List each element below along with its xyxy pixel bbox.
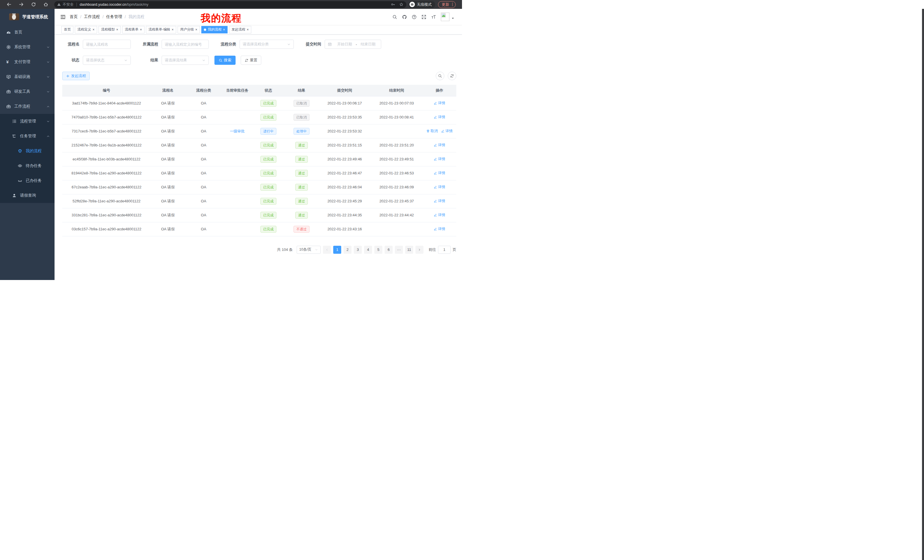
- close-icon[interactable]: ×: [247, 28, 249, 31]
- cell-end-time: 2022-01-23 00:07:03: [370, 96, 423, 110]
- next-page-button[interactable]: [416, 246, 423, 254]
- tab-2[interactable]: 流程模型×: [99, 26, 121, 33]
- column-header: 结果: [284, 85, 319, 96]
- goto-page-input[interactable]: [438, 246, 451, 254]
- page-button-2[interactable]: 2: [344, 246, 351, 254]
- start-date-placeholder[interactable]: 开始日期: [334, 42, 355, 47]
- reset-button[interactable]: 重置: [241, 55, 261, 65]
- cell-current-task: [222, 194, 252, 208]
- fullscreen-icon[interactable]: [422, 15, 426, 19]
- avatar[interactable]: [441, 13, 449, 21]
- page-button-3[interactable]: 3: [354, 246, 362, 254]
- sidebar-item-10[interactable]: 已办任务: [0, 173, 54, 188]
- sidebar-item-0[interactable]: 首页: [0, 25, 54, 40]
- cell-submit-time: 2022-01-22 23:45:29: [319, 194, 370, 208]
- cell-status: 已完成: [252, 138, 284, 152]
- create-process-button[interactable]: 发起流程: [62, 72, 90, 80]
- breadcrumb-item[interactable]: 首页: [70, 14, 78, 19]
- bookmark-star-icon[interactable]: [399, 2, 404, 7]
- browser-home-icon[interactable]: [44, 2, 48, 7]
- page-button-1[interactable]: 1: [333, 246, 341, 254]
- page-button-4[interactable]: 4: [364, 246, 372, 254]
- detail-button[interactable]: 详情: [434, 213, 445, 217]
- close-icon[interactable]: ×: [195, 28, 197, 31]
- github-icon[interactable]: [402, 15, 407, 19]
- list-tree-icon: [12, 119, 16, 124]
- page-size-select[interactable]: 10条/页: [297, 246, 321, 254]
- process-definition-input[interactable]: [165, 42, 206, 46]
- page-button-5[interactable]: 5: [374, 246, 382, 254]
- detail-button[interactable]: 详情: [434, 101, 445, 106]
- page-button-···[interactable]: ···: [395, 246, 403, 254]
- end-date-placeholder[interactable]: 结束日期: [358, 42, 378, 47]
- tab-4[interactable]: 流程表单-编辑×: [146, 26, 176, 33]
- breadcrumb-item[interactable]: 工作流程: [84, 14, 100, 19]
- hamburger-icon[interactable]: [60, 14, 66, 20]
- font-size-icon[interactable]: [431, 15, 436, 19]
- browser-update-button[interactable]: 更新: [438, 1, 456, 8]
- sidebar-item-1[interactable]: 系统管理: [0, 40, 54, 54]
- search-icon[interactable]: [392, 15, 397, 19]
- process-name-input[interactable]: [86, 42, 128, 46]
- breadcrumb-item[interactable]: 我的流程: [129, 14, 144, 19]
- chevron-left-icon: [325, 248, 328, 252]
- browser-back-icon[interactable]: [7, 2, 11, 7]
- sidebar-item-5[interactable]: 工作流程: [0, 99, 54, 114]
- detail-button[interactable]: 详情: [434, 143, 445, 148]
- tab-3[interactable]: 流程表单×: [122, 26, 144, 33]
- result-select[interactable]: 请选择流结果: [162, 55, 209, 65]
- security-indicator[interactable]: 不安全: [57, 2, 74, 7]
- tab-0[interactable]: 首页: [62, 26, 74, 33]
- chevron-down-icon: [287, 42, 291, 46]
- address-bar[interactable]: 不安全 dashboard.yudao.iocoder.cn/bpm/task/…: [54, 1, 406, 8]
- page-button-6[interactable]: 6: [385, 246, 393, 254]
- page-button-11[interactable]: 11: [405, 246, 413, 254]
- cell-current-task: [222, 138, 252, 152]
- app-logo-row[interactable]: 芋道管理系统: [0, 9, 54, 25]
- close-icon[interactable]: ×: [116, 28, 118, 31]
- category-select[interactable]: 请选择流程分类: [240, 40, 294, 49]
- detail-button[interactable]: 详情: [434, 157, 445, 162]
- cell-operations: 详情: [423, 138, 456, 152]
- caret-down-icon[interactable]: [451, 16, 454, 20]
- cell-category: OA: [185, 96, 222, 110]
- close-icon[interactable]: ×: [223, 28, 225, 31]
- sidebar-item-11[interactable]: 请假查询: [0, 188, 54, 203]
- password-key-icon[interactable]: [391, 2, 395, 7]
- detail-button[interactable]: 详情: [441, 129, 453, 133]
- detail-button[interactable]: 详情: [434, 171, 445, 175]
- search-button[interactable]: 搜索: [214, 55, 236, 65]
- tab-6[interactable]: 我的流程×: [201, 26, 228, 33]
- tab-1[interactable]: 流程定义×: [75, 26, 97, 33]
- sidebar-item-8[interactable]: 我的流程: [0, 144, 54, 159]
- sidebar-item-9[interactable]: 待办任务: [0, 159, 54, 173]
- close-icon[interactable]: ×: [172, 28, 174, 31]
- browser-forward-icon[interactable]: [19, 2, 24, 7]
- current-task-link[interactable]: 一级审批: [230, 129, 245, 134]
- detail-button[interactable]: 详情: [434, 199, 445, 204]
- sidebar-item-4[interactable]: 研发工具: [0, 84, 54, 99]
- toggle-search-button[interactable]: [436, 72, 444, 80]
- detail-button[interactable]: 详情: [434, 227, 445, 232]
- detail-button[interactable]: 详情: [434, 185, 445, 190]
- cell-id: 3ad174fb-7b9d-11ec-8404-acde48001122: [62, 96, 151, 110]
- help-icon[interactable]: [412, 15, 417, 19]
- tab-7[interactable]: 发起流程×: [229, 26, 251, 33]
- sidebar-item-7[interactable]: 任务管理: [0, 129, 54, 144]
- user-avatar-menu[interactable]: [441, 13, 454, 21]
- breadcrumb-item[interactable]: 任务管理: [106, 14, 122, 19]
- close-icon[interactable]: ×: [93, 28, 94, 31]
- sidebar-item-3[interactable]: 基础设施: [0, 69, 54, 84]
- sidebar-item-6[interactable]: 流程管理: [0, 114, 54, 129]
- submit-time-range-picker[interactable]: 开始日期 - 结束日期: [325, 40, 381, 49]
- refresh-table-button[interactable]: [448, 72, 456, 80]
- cancel-button[interactable]: 取消: [426, 129, 438, 133]
- browser-reload-icon[interactable]: [31, 2, 36, 7]
- browser-menu-icon[interactable]: [450, 2, 454, 7]
- detail-button[interactable]: 详情: [434, 115, 445, 120]
- close-icon[interactable]: ×: [140, 28, 142, 31]
- sidebar-item-2[interactable]: ¥支付管理: [0, 54, 54, 69]
- prev-page-button[interactable]: [323, 246, 331, 254]
- status-select[interactable]: 请选择状态: [83, 55, 131, 65]
- tab-5[interactable]: 用户分组×: [178, 26, 200, 33]
